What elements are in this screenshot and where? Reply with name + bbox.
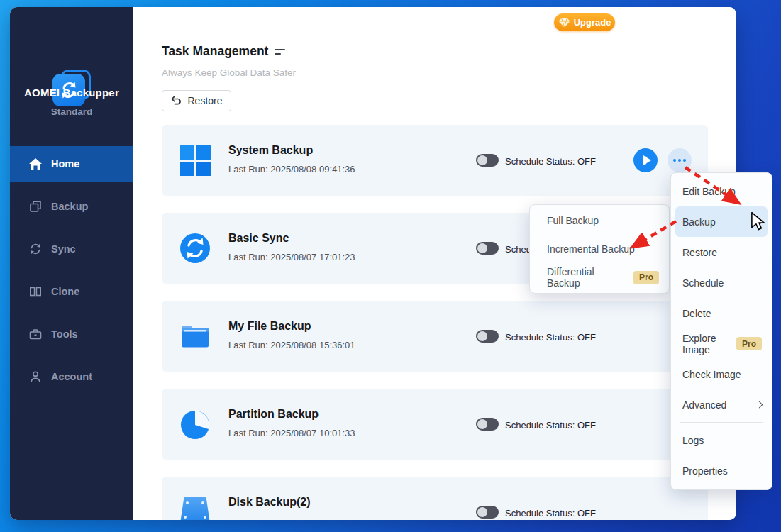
schedule-toggle[interactable] <box>476 330 499 343</box>
sidebar-item-sync[interactable]: Sync <box>10 231 133 267</box>
menu-item-backup[interactable]: Backup <box>675 206 768 237</box>
schedule-toggle[interactable] <box>476 418 499 431</box>
sync-circle-icon <box>179 233 211 264</box>
toggle-knob <box>477 243 487 253</box>
menu-item-label: Edit Backup <box>682 186 736 197</box>
toggle-knob <box>477 507 487 517</box>
schedule-status-label: Schedule Status: OFF <box>505 508 596 519</box>
pro-badge: Pro <box>736 337 762 350</box>
toggle-knob <box>477 331 487 341</box>
play-icon <box>643 155 651 165</box>
page-subtitle: Always Keep Global Data Safer <box>162 67 296 78</box>
restore-label: Restore <box>187 95 222 106</box>
menu-item-label: Delete <box>682 308 711 319</box>
task-row-system-backup[interactable]: System Backup Last Run: 2025/08/08 09:41… <box>162 125 708 196</box>
sidebar-item-label: Tools <box>51 328 78 340</box>
backup-icon <box>28 199 43 214</box>
toggle-knob <box>477 419 487 429</box>
task-last-run: Last Run: 2025/08/08 15:36:01 <box>228 340 355 350</box>
schedule-status-label: Schedule Status: OFF <box>505 156 596 167</box>
sidebar-item-label: Backup <box>51 201 88 212</box>
menu-item-label: Properties <box>682 465 728 477</box>
menu-item-schedule[interactable]: Schedule <box>671 267 772 298</box>
menu-item-label: Schedule <box>682 277 724 289</box>
more-options-button[interactable] <box>668 148 692 172</box>
brand-edition: Standard <box>10 106 133 117</box>
menu-item-label: Advanced <box>682 399 726 411</box>
clone-icon <box>28 284 43 299</box>
desktop-background: AOMEI Backupper Standard Home Backup <box>0 0 781 532</box>
sync-icon <box>28 242 43 256</box>
gem-icon <box>558 18 570 28</box>
menu-item-delete[interactable]: Delete <box>671 298 772 328</box>
submenu-item-label: Differential Backup <box>547 266 627 289</box>
task-row-disk-backup[interactable]: Disk Backup(2) Schedule Status: OFF <box>162 477 708 520</box>
menu-item-properties[interactable]: Properties <box>671 455 772 486</box>
task-name: Disk Backup(2) <box>228 496 311 509</box>
task-name: Basic Sync <box>228 232 289 245</box>
run-backup-button[interactable] <box>633 148 658 172</box>
upgrade-button[interactable]: Upgrade <box>554 13 615 31</box>
menu-item-explore-image[interactable]: Explore Image Pro <box>671 328 772 359</box>
chevron-right-icon <box>756 218 763 226</box>
submenu-item-full-backup[interactable]: Full Backup <box>530 206 669 235</box>
task-last-run: Last Run: 2025/08/08 09:41:36 <box>228 164 355 174</box>
sidebar-item-clone[interactable]: Clone <box>10 274 133 309</box>
task-name: My File Backup <box>228 320 311 333</box>
tools-icon <box>28 327 43 341</box>
menu-item-label: Restore <box>682 247 717 258</box>
sidebar-item-label: Clone <box>51 286 79 297</box>
windows-logo-icon <box>179 145 211 176</box>
menu-item-advanced[interactable]: Advanced <box>671 389 772 420</box>
menu-item-label: Check Image <box>682 369 741 380</box>
toggle-knob <box>477 155 487 165</box>
menu-item-logs[interactable]: Logs <box>671 425 772 455</box>
menu-item-restore[interactable]: Restore <box>671 237 772 267</box>
pie-chart-icon <box>179 409 211 440</box>
task-name: Partition Backup <box>228 408 319 421</box>
task-row-partition-backup[interactable]: Partition Backup Last Run: 2025/08/07 10… <box>162 389 708 460</box>
sidebar-item-tools[interactable]: Tools <box>10 316 133 352</box>
task-last-run: Last Run: 2025/08/07 17:01:23 <box>228 252 355 262</box>
pro-badge: Pro <box>633 271 659 284</box>
app-logo <box>10 38 133 88</box>
menu-item-edit-backup[interactable]: Edit Backup <box>671 176 772 206</box>
schedule-toggle[interactable] <box>476 506 499 519</box>
submenu-item-label: Full Backup <box>547 215 599 226</box>
schedule-toggle[interactable] <box>476 154 499 167</box>
ellipsis-icon <box>673 159 676 162</box>
disk-icon <box>179 497 211 520</box>
schedule-status-label: Schedule Status: OFF <box>505 420 596 431</box>
menu-divider <box>680 422 763 423</box>
restore-button[interactable]: Restore <box>162 90 231 111</box>
schedule-toggle[interactable] <box>476 242 499 255</box>
brand-name: AOMEI Backupper <box>10 87 133 99</box>
sidebar-item-account[interactable]: Account <box>10 359 133 394</box>
menu-item-check-image[interactable]: Check Image <box>671 359 772 389</box>
menu-item-label: Backup <box>682 216 716 228</box>
submenu-item-label: Incremental Backup <box>547 243 635 255</box>
sidebar-item-label: Account <box>51 371 92 382</box>
folder-icon <box>179 321 211 352</box>
task-context-menu: Edit Backup Backup Restore Schedule Dele… <box>670 172 772 490</box>
filter-sort-icon[interactable] <box>275 49 285 56</box>
home-icon <box>28 157 43 171</box>
task-last-run: Last Run: 2025/08/07 10:01:33 <box>228 428 355 438</box>
sidebar-nav: Home Backup Sync <box>10 146 133 401</box>
schedule-status-label: Schedule Status: OFF <box>505 332 596 343</box>
submenu-item-incremental-backup[interactable]: Incremental Backup <box>530 235 669 263</box>
undo-arrow-icon <box>170 95 182 106</box>
menu-item-label: Logs <box>682 435 704 446</box>
sidebar-item-backup[interactable]: Backup <box>10 189 133 224</box>
chevron-right-icon <box>756 401 763 409</box>
page-title: Task Management <box>162 44 285 59</box>
sidebar-item-home[interactable]: Home <box>10 146 133 182</box>
task-row-my-file-backup[interactable]: My File Backup Last Run: 2025/08/08 15:3… <box>162 301 708 372</box>
upgrade-label: Upgrade <box>574 17 611 28</box>
submenu-item-differential-backup[interactable]: Differential Backup Pro <box>530 263 669 292</box>
sidebar-item-label: Sync <box>51 243 76 255</box>
task-name: System Backup <box>228 144 313 157</box>
sidebar: AOMEI Backupper Standard Home Backup <box>10 7 133 520</box>
page-title-text: Task Management <box>162 44 268 59</box>
account-icon <box>28 370 43 384</box>
